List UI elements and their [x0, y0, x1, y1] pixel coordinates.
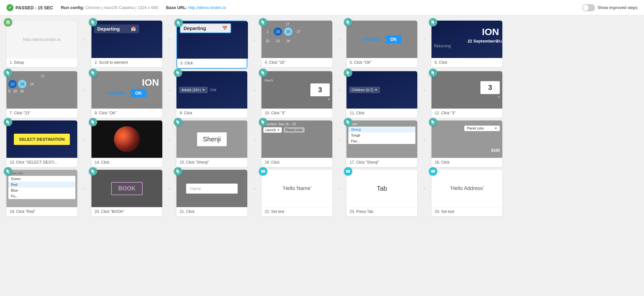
passed-badge: ✓ PASSED - 15 SEC	[6, 4, 53, 11]
base-url-link[interactable]: http://demo.testim.io	[188, 5, 226, 10]
step-9[interactable]: Adults (18+) ▼ Chil 9. Click	[176, 71, 247, 118]
step-3-wrapper: Departing 📅 3. Click	[176, 21, 261, 69]
step-15-icon	[174, 118, 182, 126]
arrow-9-10	[247, 88, 261, 102]
step-21-wrapper: Name 21. Click	[176, 170, 261, 216]
step-11-icon	[344, 69, 352, 77]
step-1[interactable]: http://demo.testim.io 1. Setup	[6, 21, 77, 67]
step-13-wrapper: SELECT DESTINATION 13. Click "SELECT DES…	[6, 120, 91, 167]
step-13-icon	[4, 118, 12, 126]
step-5[interactable]: CANCEL OK 5. Click "OK"	[346, 21, 417, 67]
step-17-caption: 17. Click "Shenji"	[346, 158, 417, 167]
grid-row-4: Planet color Green Red Blue Pu... 19. Cl…	[6, 170, 638, 216]
step-5-wrapper: CANCEL OK 5. Click "OK"	[346, 21, 431, 67]
step-3-icon	[175, 19, 183, 27]
step-2-icon	[89, 18, 97, 26]
step-22-thumbnail: 'Hello Name'	[261, 170, 332, 207]
arrow-13-14	[77, 137, 91, 151]
step-12[interactable]: 3 4 12. Click "3"	[431, 71, 502, 118]
step-11[interactable]: Children (0-7) ▼ 11. Click	[346, 71, 417, 118]
step-20-caption: 20. Click "BOOK"	[91, 207, 162, 216]
step-13-thumbnail: SELECT DESTINATION	[6, 120, 77, 158]
toggle-area: Show improved steps	[582, 4, 638, 11]
step-19-caption: 19. Click "Red"	[6, 207, 77, 216]
step-3-caption: 3. Click	[177, 59, 247, 68]
arrow-4-5	[332, 37, 346, 51]
step-7-wrapper: 117 22 23 24 8 29 30 7. Click "23"	[6, 71, 91, 118]
step-18[interactable]: Planet color ▼ $100 18. Click	[431, 120, 502, 167]
step-6[interactable]: ION Returning 22 September 2 Adul 6. Cli…	[431, 21, 502, 67]
step-17-icon	[344, 118, 352, 126]
step-24-thumbnail: 'Hello Address'	[431, 170, 502, 207]
step-23-wrapper: Tab 23. Press Tab	[346, 170, 431, 216]
step-4-thumbnail: 117 1 15 16 17 22 23 24	[261, 21, 332, 58]
step-22-wrapper: 'Hello Name' 22. Set text	[261, 170, 346, 216]
step-22[interactable]: 'Hello Name' 22. Set text	[261, 170, 332, 216]
arrow-14-15	[162, 137, 176, 151]
step-14-wrapper: 14. Click	[91, 120, 176, 167]
run-config-label: Run config:	[61, 5, 84, 10]
arrow-2-3	[162, 37, 176, 51]
step-2-caption: 2. Scroll to element	[91, 58, 162, 67]
step-13[interactable]: SELECT DESTINATION 13. Click "SELECT DES…	[6, 120, 77, 167]
step-15-thumbnail: Shenji	[176, 120, 247, 158]
step-4[interactable]: 117 1 15 16 17 22 23 24	[261, 21, 332, 67]
arrow-3-4	[247, 38, 261, 52]
step-21[interactable]: Name 21. Click	[176, 170, 247, 216]
step-23-thumbnail: Tab	[346, 170, 417, 207]
arrow-7-8	[77, 88, 91, 102]
step-19-wrapper: Planet color Green Red Blue Pu... 19. Cl…	[6, 170, 91, 216]
step-19[interactable]: Planet color Green Red Blue Pu... 19. Cl…	[6, 170, 77, 216]
step-7[interactable]: 117 22 23 24 8 29 30 7. Click "23"	[6, 71, 77, 118]
step-5-thumbnail: CANCEL OK	[346, 21, 417, 58]
arrow-17-18	[417, 137, 431, 151]
step-16-icon	[259, 118, 267, 126]
step-18-wrapper: Planet color ▼ $100 18. Click	[431, 120, 502, 167]
step-8[interactable]: ION CANCEL OK 8. Click "OK"	[91, 71, 162, 118]
status-text: PASSED - 15 SEC	[15, 5, 53, 10]
step-17-wrapper: Madan Shenji Tongli Flor... 17. Click "S…	[346, 120, 431, 167]
steps-grid: http://demo.testim.io 1. Setup Departing	[0, 15, 644, 224]
step-17[interactable]: Madan Shenji Tongli Flor... 17. Click "S…	[346, 120, 417, 167]
step-19-thumbnail: Planet color Green Red Blue Pu...	[6, 170, 77, 207]
step-14[interactable]: 14. Click	[91, 120, 162, 167]
arrow-5-6	[417, 37, 431, 51]
step-2[interactable]: Departing 📅 2. Scroll to element	[91, 21, 162, 67]
step-16[interactable]: Travelers, Sep 16 – 23 Launch ▼ Planet c…	[261, 120, 332, 167]
step-4-wrapper: 117 1 15 16 17 22 23 24	[261, 21, 346, 67]
arrow-22-23	[332, 186, 346, 200]
step-21-caption: 21. Click	[176, 207, 247, 216]
arrow-19-20	[77, 186, 91, 200]
step-11-caption: 11. Click	[346, 109, 417, 118]
step-22-icon	[259, 167, 267, 176]
step-17-thumbnail: Madan Shenji Tongli Flor...	[346, 120, 417, 158]
step-3-thumbnail: Departing 📅	[177, 21, 248, 59]
step-24-caption: 24. Set text	[431, 207, 502, 216]
step-12-thumbnail: 3 4	[431, 71, 502, 109]
step-15[interactable]: Shenji 15. Click "Shenji"	[176, 120, 247, 167]
arrow-23-24	[417, 186, 431, 200]
step-20[interactable]: BOOK 20. Click "BOOK"	[91, 170, 162, 216]
step-10[interactable]: TINATI 3 4 10. Click "3"	[261, 71, 332, 118]
step-10-wrapper: TINATI 3 4 10. Click "3"	[261, 71, 346, 118]
step-3[interactable]: Departing 📅 3. Click	[176, 21, 247, 69]
step-2-wrapper: Departing 📅 2. Scroll to element	[91, 21, 176, 67]
step-12-caption: 12. Click "3"	[431, 109, 502, 118]
step-4-caption: 4. Click "16"	[261, 58, 332, 67]
arrow-8-9	[162, 88, 176, 102]
step-23[interactable]: Tab 23. Press Tab	[346, 170, 417, 216]
improved-steps-toggle[interactable]	[582, 4, 595, 11]
step-1-wrapper: http://demo.testim.io 1. Setup	[6, 21, 91, 67]
step-23-caption: 23. Press Tab	[346, 207, 417, 216]
step-14-caption: 14. Click	[91, 158, 162, 167]
toggle-label: Show improved steps	[598, 5, 638, 10]
step-9-icon	[174, 69, 182, 77]
step-20-icon	[89, 167, 97, 176]
step-12-icon	[429, 69, 437, 77]
step-6-icon	[429, 18, 437, 26]
run-config-value: Chrome | macOS Catalina | 1024 x 680	[85, 5, 158, 10]
step-24[interactable]: 'Hello Address' 24. Set text	[431, 170, 502, 216]
step-13-caption: 13. Click "SELECT DESTI...	[6, 158, 77, 167]
step-24-icon	[429, 167, 437, 176]
step-19-icon	[4, 167, 12, 176]
